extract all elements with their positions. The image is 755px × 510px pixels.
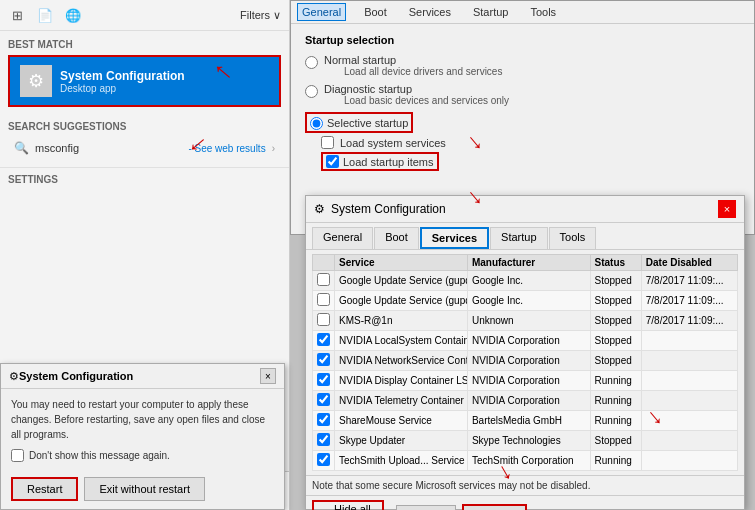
row-checkbox[interactable] [317, 313, 330, 326]
document-icon[interactable]: 📄 [36, 6, 54, 24]
cb-load-startup-input[interactable] [326, 155, 339, 168]
row-checkbox[interactable] [317, 273, 330, 286]
radio-diagnostic-sub: Load basic devices and services only [344, 95, 509, 106]
service-name-cell: Skype Updater [335, 431, 468, 451]
tab-startup[interactable]: Startup [469, 4, 512, 20]
services-win-icon: ⚙ [314, 202, 325, 216]
radio-selective-input[interactable] [310, 117, 323, 130]
status-cell: Stopped [590, 431, 641, 451]
services-bottom-bar: Hide all Microsoft services Enable all D… [306, 495, 744, 510]
date-cell: 7/8/2017 11:09:... [641, 271, 737, 291]
restart-title-bar: ⚙ System Configuration × [1, 364, 284, 389]
row-checkbox[interactable] [317, 373, 330, 386]
row-checkbox-cell [313, 331, 335, 351]
search-suggestions-section: Search suggestions 🔍 msconfig - See web … [0, 115, 289, 165]
status-cell: Stopped [590, 311, 641, 331]
radio-normal-startup: Normal startup Load all device drivers a… [305, 54, 740, 77]
table-row: NVIDIA NetworkService Container NVIDIA C… [313, 351, 738, 371]
radio-normal-sub: Load all device drivers and services [344, 66, 502, 77]
row-checkbox[interactable] [317, 413, 330, 426]
table-row: NVIDIA Telemetry Container NVIDIA Corpor… [313, 391, 738, 411]
services-tab-startup[interactable]: Startup [490, 227, 547, 249]
restart-body: You may need to restart your computer to… [1, 389, 284, 477]
date-cell [641, 371, 737, 391]
manufacturer-cell: NVIDIA Corporation [467, 351, 590, 371]
tab-services-bg[interactable]: Services [405, 4, 455, 20]
row-checkbox[interactable] [317, 453, 330, 466]
best-match-text: System Configuration Desktop app [60, 69, 185, 94]
restart-dont-show-checkbox[interactable] [11, 449, 24, 462]
service-name-cell: NVIDIA NetworkService Container [335, 351, 468, 371]
disable-all-button[interactable]: Disable all [462, 504, 527, 510]
tab-tools[interactable]: Tools [526, 4, 560, 20]
service-name-cell: TechSmith Upload... Service [335, 451, 468, 471]
row-checkbox[interactable] [317, 353, 330, 366]
radio-normal-input[interactable] [305, 56, 318, 69]
col-status: Status [590, 255, 641, 271]
row-checkbox[interactable] [317, 333, 330, 346]
suggestion-text: msconfig [35, 142, 182, 154]
row-checkbox[interactable] [317, 293, 330, 306]
services-note: Note that some secure Microsoft services… [306, 475, 744, 495]
service-name-cell: NVIDIA Display Container LS [335, 371, 468, 391]
services-tab-tools[interactable]: Tools [549, 227, 597, 249]
suggestions-label: Search suggestions [8, 121, 281, 132]
tab-general[interactable]: General [297, 3, 346, 21]
table-row: ShareMouse Service BartelsMedia GmbH Run… [313, 411, 738, 431]
restart-close-button[interactable]: × [260, 368, 276, 384]
col-checkbox [313, 255, 335, 271]
status-cell: Stopped [590, 291, 641, 311]
restart-message: You may need to restart your computer to… [11, 399, 265, 440]
cb-load-startup-label: Load startup items [343, 156, 434, 168]
settings-label: Settings [8, 174, 281, 185]
services-tab-services[interactable]: Services [420, 227, 489, 249]
manufacturer-cell: Google Inc. [467, 271, 590, 291]
table-row: Google Update Service (gupdete) Google I… [313, 271, 738, 291]
suggestion-item[interactable]: 🔍 msconfig - See web results › [8, 137, 281, 159]
best-match-item[interactable]: ⚙ System Configuration Desktop app [8, 55, 281, 107]
status-cell: Running [590, 391, 641, 411]
manufacturer-cell: NVIDIA Corporation [467, 331, 590, 351]
general-menu-bar: General Boot Services Startup Tools [291, 1, 754, 24]
general-content: Startup selection Normal startup Load al… [291, 24, 754, 181]
services-title-bar: ⚙ System Configuration × [306, 196, 744, 223]
table-row: NVIDIA Display Container LS NVIDIA Corpo… [313, 371, 738, 391]
services-tab-boot[interactable]: Boot [374, 227, 419, 249]
restart-win-icon: ⚙ [9, 370, 19, 383]
cb-load-system-input[interactable] [321, 136, 334, 149]
row-checkbox[interactable] [317, 433, 330, 446]
row-checkbox-cell [313, 451, 335, 471]
exit-without-restart-button[interactable]: Exit without restart [84, 477, 204, 501]
restart-button[interactable]: Restart [11, 477, 78, 501]
filters-button[interactable]: Filters ∨ [240, 9, 281, 22]
cb-load-startup: Load startup items [321, 152, 740, 171]
services-window: ⚙ System Configuration × General Boot Se… [305, 195, 745, 510]
date-cell [641, 391, 737, 411]
tab-boot[interactable]: Boot [360, 4, 391, 20]
restart-dialog: ⚙ System Configuration × You may need to… [0, 363, 285, 510]
manufacturer-cell: NVIDIA Corporation [467, 391, 590, 411]
services-window-title: System Configuration [331, 202, 718, 216]
home-icon[interactable]: ⊞ [8, 6, 26, 24]
manufacturer-cell: Unknown [467, 311, 590, 331]
status-cell: Stopped [590, 331, 641, 351]
services-tab-general[interactable]: General [312, 227, 373, 249]
date-cell [641, 331, 737, 351]
manufacturer-cell: NVIDIA Corporation [467, 371, 590, 391]
services-table: Service Manufacturer Status Date Disable… [312, 254, 738, 471]
table-row: KMS-R@1n Unknown Stopped 7/8/2017 11:09:… [313, 311, 738, 331]
row-checkbox-cell [313, 411, 335, 431]
row-checkbox-cell [313, 351, 335, 371]
globe-icon[interactable]: 🌐 [64, 6, 82, 24]
status-cell: Stopped [590, 351, 641, 371]
app-subtitle: Desktop app [60, 83, 185, 94]
selective-startup-group: Selective startup Load system services L… [305, 112, 740, 171]
radio-diagnostic-input[interactable] [305, 85, 318, 98]
search-top-bar: ⊞ 📄 🌐 Filters ∨ [0, 0, 289, 31]
enable-all-button[interactable]: Enable all [396, 505, 456, 510]
best-match-label: Best match [8, 39, 281, 50]
row-checkbox[interactable] [317, 393, 330, 406]
service-name-cell: Google Update Service (gupdatem) [335, 291, 468, 311]
services-close-button[interactable]: × [718, 200, 736, 218]
row-checkbox-cell [313, 291, 335, 311]
